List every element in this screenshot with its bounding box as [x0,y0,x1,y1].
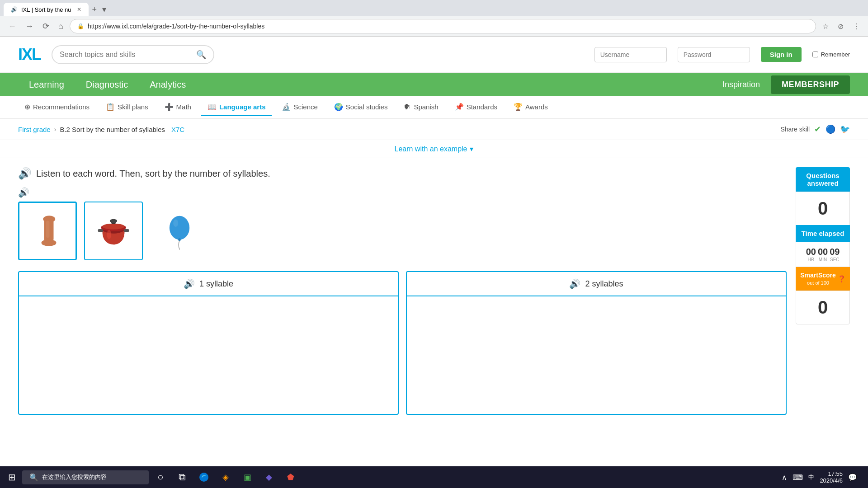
sort-box-2-speaker[interactable]: 🔊 [569,278,580,289]
subnav-math[interactable]: ➕ Math [158,99,198,116]
secondary-speaker-row: 🔊 [18,187,787,198]
subnav-recommendations[interactable]: ⊕ Recommendations [18,99,96,116]
breadcrumb-bar: First grade › B.2 Sort by the number of … [0,119,868,140]
start-button[interactable]: ⊞ [4,470,20,484]
refresh-button[interactable]: ⟳ [40,19,52,33]
taskbar-app-3[interactable]: ▣ [237,467,257,487]
address-bar[interactable]: 🔒 https://www.ixl.com/ela/grade-1/sort-b… [70,19,816,33]
time-hr-label: HR [806,257,816,262]
taskbar-clock[interactable]: 17:55 2020/4/6 [820,470,843,484]
audio-speaker-icon[interactable]: 🔊 [18,167,32,180]
tab-title: IXL | Sort by the nu [21,6,71,13]
browser-nav-bar: ← → ⟳ ⌂ 🔒 https://www.ixl.com/ela/grade-… [0,16,868,36]
svg-point-15 [199,473,208,482]
svg-point-10 [110,219,117,223]
twitter-share-icon[interactable]: 🐦 [840,124,850,134]
taskbar-search-box[interactable]: 🔍 在这里输入您搜索的内容 [22,470,149,484]
smartscore-label: SmartScore out of 100 [800,272,836,286]
svg-rect-3 [46,221,50,238]
main-content: 🔊 Listen to each word. Then, sort by the… [0,158,868,424]
learn-example-text: Learn with an example [395,145,467,153]
nav-inspiration[interactable]: Inspiration [712,80,771,89]
taskbar-edge[interactable] [194,467,214,487]
svg-point-8 [102,224,124,230]
remember-checkbox[interactable] [812,52,818,57]
tab-close-button[interactable]: ✕ [77,6,81,13]
password-input[interactable] [678,47,750,62]
search-input[interactable] [60,51,196,59]
breadcrumb-arrow: › [54,126,57,133]
subnav-socialstudies[interactable]: 🌍 Social studies [328,99,394,116]
taskbar-notification[interactable]: 💬 [848,473,857,482]
bookmark-button[interactable]: ⊘ [835,20,846,33]
time-hours: 00 HR [806,247,816,262]
share-skill-area: Share skill ✔ 🔵 🐦 [780,124,850,134]
sort-box-1-speaker[interactable]: 🔊 [184,278,195,289]
new-tab-button[interactable]: + [90,3,99,16]
taskbar-time: 17:55 [820,470,843,477]
learn-example-button[interactable]: Learn with an example ▾ [395,145,474,153]
subnav-spanish[interactable]: 🗣 Spanish [397,99,444,116]
sort-box-2-syllables[interactable]: 🔊 2 syllables [406,271,787,415]
time-min-label: MIN [818,257,828,262]
sort-box-2-drop-area[interactable] [407,296,786,414]
smartscore-help-icon[interactable]: ❓ [838,275,845,282]
ssl-icon: 🔒 [77,23,84,29]
browser-action-icons: ☆ ⊘ ⋮ [820,20,863,33]
subnav-awards[interactable]: 🏆 Awards [507,99,554,116]
nav-diagnostic[interactable]: Diagnostic [75,73,139,96]
tab-bar: 🔊 IXL | Sort by the nu ✕ + ▾ [0,0,868,16]
taskbar-task-view[interactable]: ⧉ [172,467,192,487]
subnav-science[interactable]: 🔬 Science [275,99,324,116]
instructions: 🔊 Listen to each word. Then, sort by the… [18,167,787,180]
taskbar-lang[interactable]: 中 [808,473,814,481]
svg-rect-6 [124,229,129,232]
menu-button[interactable]: ⋮ [850,20,863,33]
tab-list-button[interactable]: ▾ [102,5,106,14]
signin-button[interactable]: Sign in [761,47,802,62]
taskbar-date: 2020/4/6 [820,477,843,484]
membership-button[interactable]: MEMBERSHIP [771,75,850,94]
ixl-logo[interactable]: IXL [18,45,41,64]
facebook-share-icon[interactable]: 🔵 [826,124,835,134]
content-area: 🔊 Listen to each word. Then, sort by the… [18,167,787,415]
home-button[interactable]: ⌂ [56,20,66,33]
remember-label[interactable]: Remember [812,51,850,58]
taskbar-app-5[interactable]: ⬟ [281,467,301,487]
sort-boxes: 🔊 1 syllable 🔊 2 syllables [18,271,787,415]
sort-box-1-drop-area[interactable] [19,296,398,414]
math-icon: ➕ [165,103,174,111]
nav-learning[interactable]: Learning [18,73,75,96]
taskbar-right-area: ∧ ⌨ 中 17:55 2020/4/6 💬 [782,470,864,484]
learn-example-chevron: ▾ [470,145,473,153]
taskbar-cortana[interactable]: ○ [151,467,170,487]
share-check-icon[interactable]: ✔ [814,124,821,134]
smartscore-box: SmartScore out of 100 ❓ [796,267,850,291]
secondary-speaker-icon[interactable]: 🔊 [18,188,29,197]
image-card-balloon[interactable] [150,202,209,260]
svg-rect-5 [98,229,103,232]
nav-analytics[interactable]: Analytics [139,73,197,96]
image-card-leg[interactable] [18,202,77,260]
smartscore-value: 0 [796,291,850,324]
forward-button[interactable]: → [23,20,36,33]
questions-answered-label: Questions answered [806,172,839,187]
extensions-button[interactable]: ☆ [820,20,831,33]
subnav-languagearts[interactable]: 📖 Language arts [201,99,272,116]
taskbar-app-4[interactable]: ◆ [259,467,279,487]
time-elapsed-label: Time elapsed [802,230,844,237]
back-button[interactable]: ← [5,20,19,33]
taskbar-app-2[interactable]: ◈ [216,467,236,487]
svg-point-2 [42,239,57,246]
sort-box-1-syllable[interactable]: 🔊 1 syllable [18,271,399,415]
taskbar: ⊞ 🔍 在这里输入您搜索的内容 ○ ⧉ ◈ ▣ ◆ ⬟ ∧ ⌨ 中 17:55 … [0,466,868,488]
time-display: 00 HR 00 MIN 09 SEC [796,242,850,267]
image-card-pot[interactable] [84,202,143,260]
taskbar-keyboard-icon[interactable]: ⌨ [793,473,803,482]
subnav-skillplans[interactable]: 📋 Skill plans [99,99,155,116]
username-input[interactable] [594,47,667,62]
url-text: https://www.ixl.com/ela/grade-1/sort-by-… [88,23,264,30]
breadcrumb-grade[interactable]: First grade [18,126,51,133]
active-tab[interactable]: 🔊 IXL | Sort by the nu ✕ [4,3,89,16]
subnav-standards[interactable]: 📌 Standards [448,99,504,116]
